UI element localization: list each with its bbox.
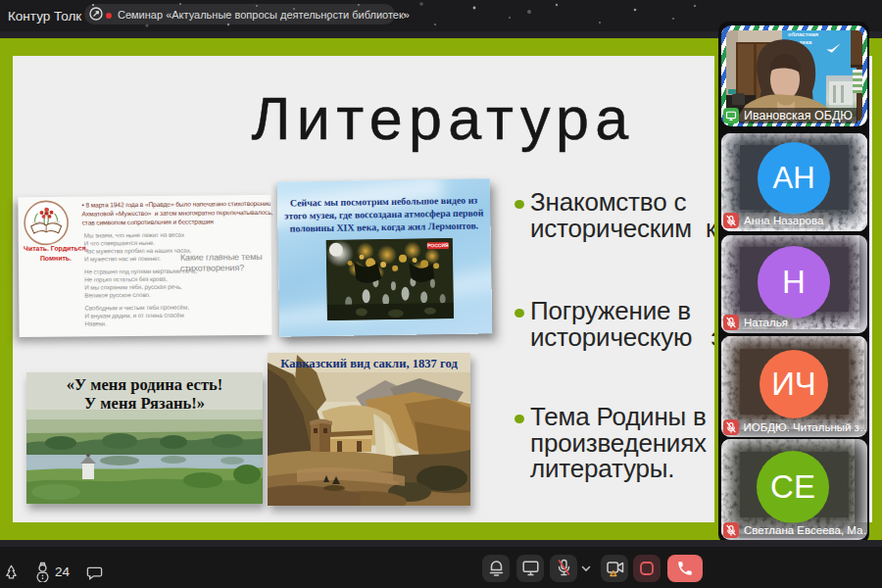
svg-text:НСДВО: НСДВО bbox=[33, 220, 44, 224]
svg-text:2013: 2013 bbox=[54, 220, 61, 224]
